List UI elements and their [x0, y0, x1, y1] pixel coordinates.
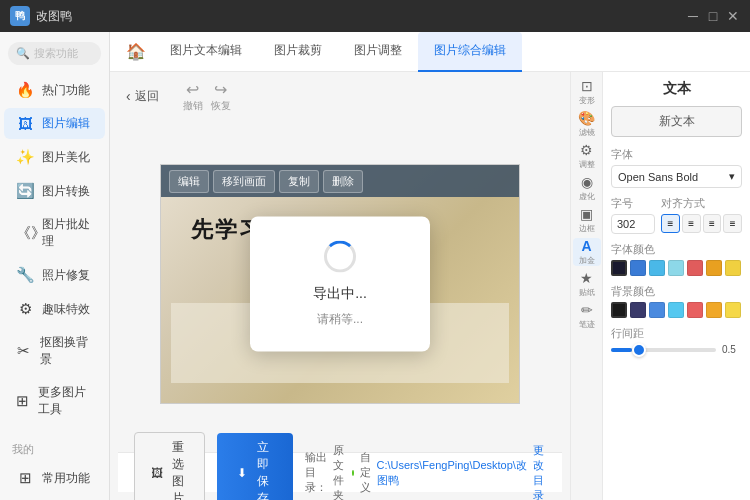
sidebar-item-photo-edit[interactable]: 🖼 图片编辑: [4, 108, 105, 139]
app-title: 改图鸭: [36, 8, 72, 25]
more-icon: ⊞: [16, 392, 30, 410]
canvas-toolbar: ‹ 返回 ↩ 撤销 ↪ 恢复: [118, 80, 562, 116]
tab-home[interactable]: 🏠: [118, 34, 154, 70]
bg-color-swatch-1[interactable]: [611, 302, 627, 318]
sidebar-item-hot[interactable]: 🔥 热门功能: [4, 74, 105, 106]
undo-icon: ↩: [186, 80, 199, 99]
panel-icon-pen[interactable]: ✏ 笔迹: [573, 302, 601, 330]
tab-text-edit[interactable]: 图片文本编辑: [154, 32, 258, 72]
panel-icon-adjust[interactable]: ⚙ 调整: [573, 142, 601, 170]
align-justify-button[interactable]: ≡: [723, 214, 742, 233]
back-button[interactable]: ‹ 返回: [126, 88, 159, 105]
font-size-input[interactable]: [611, 214, 655, 234]
panel-icon-virtual[interactable]: ◉ 虚化: [573, 174, 601, 202]
sidebar-item-common[interactable]: ⊞ 常用功能: [4, 462, 105, 494]
align-center-button[interactable]: ≡: [682, 214, 701, 233]
search-placeholder: 搜索功能: [34, 46, 78, 61]
editor-area: ‹ 返回 ↩ 撤销 ↪ 恢复: [110, 72, 750, 500]
content-area: 🏠 图片文本编辑 图片裁剪 图片调整 图片综合编辑 ‹ 返回: [110, 32, 750, 500]
sidebar-item-cutout[interactable]: ✂ 抠图换背景: [4, 327, 105, 375]
panel-icon-col: ⊡ 变形 🎨 滤镜 ⚙ 调整 ◉ 虚化: [571, 72, 603, 500]
back-arrow-icon: ‹: [126, 88, 131, 104]
tab-bar: 🏠 图片文本编辑 图片裁剪 图片调整 图片综合编辑: [110, 32, 750, 72]
export-spinner: [324, 241, 356, 273]
img-edit-button[interactable]: 编辑: [169, 170, 209, 193]
slider-fill: [611, 348, 632, 352]
bg-color-swatch-7[interactable]: [725, 302, 741, 318]
new-text-button[interactable]: 新文本: [611, 106, 742, 137]
bottom-bar: 🖼 重选图片 ⬇ 立即保存 输出目录： 原文件夹 自定义 C:\Users\Fe…: [118, 452, 562, 492]
panel-icon-border[interactable]: ▣ 边框: [573, 206, 601, 234]
sidebar-item-repair-label: 照片修复: [42, 267, 90, 284]
slider-thumb[interactable]: [632, 343, 646, 357]
align-right-button[interactable]: ≡: [703, 214, 722, 233]
tab-composite[interactable]: 图片综合编辑: [418, 32, 522, 72]
sidebar-item-batch[interactable]: 《》 图片批处理: [4, 209, 105, 257]
panel-icon-filter[interactable]: 🎨 滤镜: [573, 110, 601, 138]
tab-crop[interactable]: 图片裁剪: [258, 32, 338, 72]
tab-adjust[interactable]: 图片调整: [338, 32, 418, 72]
sidebar-item-convert[interactable]: 🔄 图片转换: [4, 175, 105, 207]
sidebar-item-beauty[interactable]: ✨ 图片美化: [4, 141, 105, 173]
panel-icon-text[interactable]: A 加金: [573, 238, 601, 266]
font-color-row: 字体颜色: [611, 242, 742, 276]
search-icon: 🔍: [16, 47, 30, 60]
font-color-swatch-1[interactable]: [611, 260, 627, 276]
font-label: 字体: [611, 147, 742, 162]
convert-icon: 🔄: [16, 182, 34, 200]
size-label: 字号: [611, 196, 655, 211]
close-button[interactable]: ✕: [726, 9, 740, 23]
bg-color-swatch-6[interactable]: [706, 302, 722, 318]
main-layout: 🔍 搜索功能 🔥 热门功能 🖼 图片编辑 ✨ 图片美化 🔄 图片转换 《》 图片…: [0, 32, 750, 500]
export-title: 导出中...: [313, 285, 367, 303]
redo-button[interactable]: ↪ 恢复: [211, 80, 231, 113]
text-icon: A: [581, 238, 591, 254]
img-move-button[interactable]: 移到画面: [213, 170, 275, 193]
slider-track[interactable]: [611, 348, 716, 352]
font-color-swatch-3[interactable]: [649, 260, 665, 276]
bg-color-swatch-3[interactable]: [649, 302, 665, 318]
panel-icon-transform[interactable]: ⊡ 变形: [573, 78, 601, 106]
font-color-swatch-2[interactable]: [630, 260, 646, 276]
maximize-button[interactable]: □: [706, 9, 720, 23]
sidebar-item-convert-label: 图片转换: [42, 183, 90, 200]
bg-color-swatch-5[interactable]: [687, 302, 703, 318]
panel-icon-sticker[interactable]: ★ 贴纸: [573, 270, 601, 298]
sidebar-item-hot-label: 热门功能: [42, 82, 90, 99]
sidebar-item-fun[interactable]: ⚙ 趣味特效: [4, 293, 105, 325]
my-section-label: 我的: [0, 438, 109, 461]
bg-color-swatch-4[interactable]: [668, 302, 684, 318]
canvas-image[interactable]: 编辑 移到画面 复制 删除 先学习 导出中... 请稍等: [160, 164, 520, 404]
font-color-swatches: [611, 260, 742, 276]
font-color-swatch-4[interactable]: [668, 260, 684, 276]
bg-color-swatch-2[interactable]: [630, 302, 646, 318]
filter-icon: 🎨: [578, 110, 595, 126]
sticker-icon: ★: [580, 270, 593, 286]
font-color-swatch-5[interactable]: [687, 260, 703, 276]
line-height-row: 行间距 0.5: [611, 326, 742, 355]
right-panel: ⊡ 变形 🎨 滤镜 ⚙ 调整 ◉ 虚化: [570, 72, 750, 500]
pen-icon: ✏: [581, 302, 593, 318]
app-icon: 鸭: [10, 6, 30, 26]
photo-edit-icon: 🖼: [16, 115, 34, 132]
img-delete-button[interactable]: 删除: [323, 170, 363, 193]
output-dot: [352, 470, 354, 476]
undo-button[interactable]: ↩ 撤销: [183, 80, 203, 113]
sidebar-item-repair[interactable]: 🔧 照片修复: [4, 259, 105, 291]
search-box[interactable]: 🔍 搜索功能: [8, 42, 101, 65]
app-logo: 鸭 改图鸭: [10, 6, 72, 26]
transform-icon: ⊡: [581, 78, 593, 94]
sidebar-item-ai[interactable]: 🤖 AI任务表: [4, 496, 105, 500]
export-subtitle: 请稍等...: [317, 311, 363, 328]
export-dialog: 导出中... 请稍等...: [250, 217, 430, 352]
font-color-swatch-7[interactable]: [725, 260, 741, 276]
sidebar-item-photo-edit-label: 图片编辑: [42, 115, 90, 132]
img-copy-button[interactable]: 复制: [279, 170, 319, 193]
sidebar-item-more[interactable]: ⊞ 更多图片工具: [4, 377, 105, 425]
font-color-swatch-6[interactable]: [706, 260, 722, 276]
minimize-button[interactable]: ─: [686, 9, 700, 23]
batch-icon: 《》: [16, 224, 34, 243]
font-selector[interactable]: Open Sans Bold ▾: [611, 165, 742, 188]
beauty-icon: ✨: [16, 148, 34, 166]
align-left-button[interactable]: ≡: [661, 214, 680, 233]
